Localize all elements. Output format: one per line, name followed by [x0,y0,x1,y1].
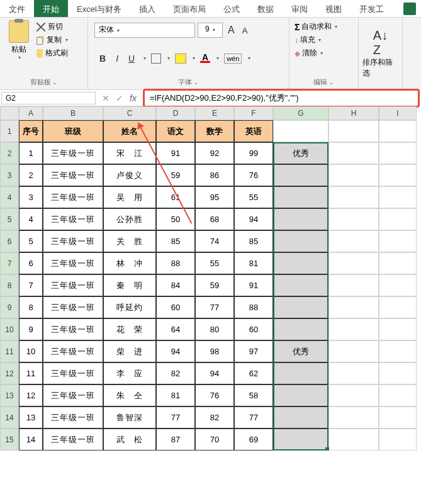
cell-name[interactable]: 朱 仝 [103,384,156,406]
cell-math[interactable]: 59 [195,274,234,296]
col-header-B[interactable]: B [43,106,103,120]
worksheet[interactable]: ABCDEFGHI1序号班级姓名语文数学英语21三年级一班宋 江919299优秀… [0,106,421,451]
cell-h13[interactable] [328,384,379,406]
cell-seq[interactable]: 9 [19,318,43,340]
cell-result[interactable] [273,164,328,186]
phonetic-button[interactable]: wén [224,53,242,64]
cell-i1[interactable] [379,120,417,142]
cell-i9[interactable] [379,296,417,318]
cell-g1[interactable] [273,120,328,142]
cell-i2[interactable] [379,142,417,164]
cell-class[interactable]: 三年级一班 [43,362,103,384]
col-header-I[interactable]: I [379,106,417,120]
cell-class[interactable]: 三年级一班 [43,230,103,252]
copy-button[interactable]: 复制▾ [36,35,68,45]
cell-math[interactable]: 86 [195,164,234,186]
tab-file[interactable]: 文件 [0,0,34,17]
confirm-formula-button[interactable]: ✓ [116,93,123,103]
cell-i5[interactable] [379,208,417,230]
cell-chinese[interactable]: 87 [156,428,195,451]
cell-english[interactable]: 58 [234,384,273,406]
cell-english[interactable]: 60 [234,318,273,340]
tab-home[interactable]: 开始 [34,0,68,17]
cell-result[interactable] [273,208,328,230]
cell-result[interactable] [273,362,328,384]
cancel-formula-button[interactable]: ✕ [102,93,109,103]
cell-name[interactable]: 花 荣 [103,318,156,340]
cell-chinese[interactable]: 85 [156,230,195,252]
tab-view[interactable]: 视图 [317,0,351,17]
tab-insert[interactable]: 插入 [130,0,164,17]
row-header-12[interactable]: 12 [0,362,19,384]
cell-chinese[interactable]: 81 [156,384,195,406]
cell-i13[interactable] [379,384,417,406]
formula-bar[interactable]: =IF(AND(D2>90,E2>90,F2>90),"优秀","") [143,89,420,108]
bold-button[interactable]: B [97,52,108,65]
cell-result[interactable] [273,252,328,274]
row-header-7[interactable]: 7 [0,252,19,274]
cell-math[interactable]: 74 [195,230,234,252]
cell-i7[interactable] [379,252,417,274]
cell-h3[interactable] [328,164,379,186]
cell-result[interactable] [273,318,328,340]
cell-class[interactable]: 三年级一班 [43,406,103,428]
cell-h12[interactable] [328,362,379,384]
cell-english[interactable]: 77 [234,406,273,428]
cell-chinese[interactable]: 84 [156,274,195,296]
cell-h4[interactable] [328,186,379,208]
cell-seq[interactable]: 12 [19,384,43,406]
cell-name[interactable]: 柴 进 [103,340,156,362]
cell-math[interactable]: 80 [195,318,234,340]
font-color-button[interactable]: A [200,53,210,63]
cell-i4[interactable] [379,186,417,208]
cell-chinese[interactable]: 50 [156,208,195,230]
cell-seq[interactable]: 2 [19,164,43,186]
italic-button[interactable]: I [113,52,121,65]
format-painter-button[interactable]: 格式刷 [36,48,68,59]
cell-h8[interactable] [328,274,379,296]
cell-chinese[interactable]: 91 [156,142,195,164]
cell-english[interactable]: 88 [234,296,273,318]
cell-name[interactable]: 公孙胜 [103,208,156,230]
cell-chinese[interactable]: 59 [156,164,195,186]
col-header-E[interactable]: E [195,106,234,120]
cell-h15[interactable] [328,428,379,451]
cell-seq[interactable]: 5 [19,230,43,252]
cell-class[interactable]: 三年级一班 [43,428,103,451]
cell-seq[interactable]: 3 [19,186,43,208]
cell-class[interactable]: 三年级一班 [43,252,103,274]
cell-chinese[interactable]: 82 [156,362,195,384]
cut-button[interactable]: 剪切 [36,21,68,32]
clear-button[interactable]: ◆清除▾ [295,48,353,59]
tab-data[interactable]: 数据 [249,0,283,17]
cell-name[interactable]: 宋 江 [103,142,156,164]
cell-h7[interactable] [328,252,379,274]
cell-h14[interactable] [328,406,379,428]
cell-i14[interactable] [379,406,417,428]
cell-class[interactable]: 三年级一班 [43,164,103,186]
cell-english[interactable]: 97 [234,340,273,362]
cell-class[interactable]: 三年级一班 [43,384,103,406]
cell-class[interactable]: 三年级一班 [43,340,103,362]
cell-class[interactable]: 三年级一班 [43,318,103,340]
row-header-11[interactable]: 11 [0,340,19,362]
tab-layout[interactable]: 页面布局 [164,0,215,17]
cell-seq[interactable]: 4 [19,208,43,230]
cell-class[interactable]: 三年级一班 [43,186,103,208]
autosum-button[interactable]: Σ自动求和▾ [295,21,353,32]
cell-result[interactable]: 优秀 [273,142,328,164]
row-header-8[interactable]: 8 [0,274,19,296]
cell-i15[interactable] [379,428,417,451]
sort-filter-button[interactable]: A↓Z [373,28,388,57]
col-header-H[interactable]: H [328,106,379,120]
cell-english[interactable]: 85 [234,230,273,252]
select-all-corner[interactable] [0,106,19,120]
decrease-font-button[interactable]: A [240,26,250,35]
cell-seq[interactable]: 7 [19,274,43,296]
fill-button[interactable]: ↓填充▾ [295,35,353,45]
col-header-F[interactable]: F [234,106,273,120]
share-icon[interactable] [403,3,416,15]
cell-english[interactable]: 99 [234,142,273,164]
cell-english[interactable]: 62 [234,362,273,384]
cell-seq[interactable]: 6 [19,252,43,274]
